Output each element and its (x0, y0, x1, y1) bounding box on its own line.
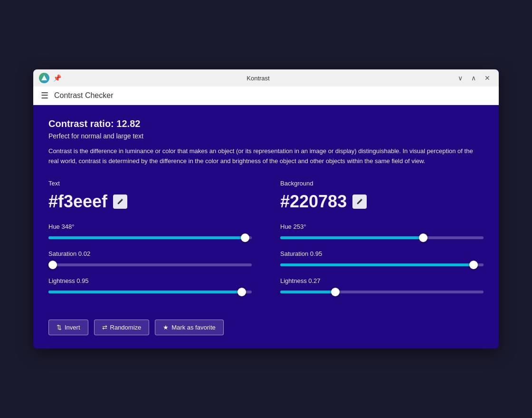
pencil-icon (117, 198, 124, 205)
text-hue-fill (48, 236, 245, 239)
background-color-value-row: #220783 (280, 192, 484, 212)
bg-saturation-slider-group: Saturation 0.95 (280, 250, 484, 270)
app-window: 📌 Kontrast ∨ ∧ ✕ ☰ Contrast Checker Cont… (33, 69, 499, 349)
bg-hue-fill (280, 236, 423, 239)
bg-saturation-fill (280, 263, 474, 266)
bg-hue-label: Hue 253° (280, 223, 484, 230)
bg-lightness-fill (280, 291, 335, 293)
minimize-button[interactable]: ∨ (455, 73, 466, 83)
favorite-label: Mark as favorite (171, 324, 215, 331)
text-saturation-slider-container (48, 260, 252, 270)
text-saturation-slider-group: Saturation 0.02 (48, 250, 252, 270)
text-edit-button[interactable] (113, 194, 127, 209)
text-label: Text (48, 180, 252, 187)
bg-saturation-label: Saturation 0.95 (280, 250, 484, 257)
pin-icon[interactable]: 📌 (53, 74, 61, 82)
menu-bar: ☰ Contrast Checker (33, 87, 499, 105)
text-hex-value: #f3eeef (48, 192, 107, 212)
close-button[interactable]: ✕ (482, 73, 493, 83)
text-lightness-slider-group: Lightness 0.95 (48, 277, 252, 297)
contrast-ratio: Contrast ratio: 12.82 (48, 118, 484, 129)
bg-hue-thumb[interactable] (419, 233, 428, 242)
text-saturation-label: Saturation 0.02 (48, 250, 252, 257)
bg-saturation-slider-container (280, 260, 484, 270)
randomize-label: Randomize (110, 324, 142, 331)
bg-lightness-label: Lightness 0.27 (280, 277, 484, 284)
mark-favorite-button[interactable]: ★ Mark as favorite (155, 320, 223, 335)
text-lightness-label: Lightness 0.95 (48, 277, 252, 284)
title-bar-left: 📌 (39, 73, 61, 83)
pencil-icon-bg (356, 198, 363, 205)
text-color-value-row: #f3eeef (48, 192, 252, 212)
title-bar-controls: ∨ ∧ ✕ (455, 73, 493, 83)
contrast-quality: Perfect for normal and large text (48, 132, 484, 140)
invert-icon: ⇅ (57, 324, 62, 331)
text-hue-slider-container (48, 233, 252, 243)
text-section: Text #f3eeef Hue 348° (48, 180, 252, 304)
text-hue-slider-group: Hue 348° (48, 223, 252, 243)
app-icon (39, 73, 49, 83)
invert-button[interactable]: ⇅ Invert (48, 320, 88, 335)
background-label: Background (280, 180, 484, 187)
text-lightness-thumb[interactable] (238, 288, 246, 296)
bg-lightness-thumb[interactable] (331, 288, 340, 296)
text-saturation-thumb[interactable] (48, 261, 57, 269)
bg-hue-slider-container (280, 233, 484, 243)
text-hue-label: Hue 348° (48, 223, 252, 230)
bg-saturation-thumb[interactable] (469, 261, 478, 269)
action-buttons-row: ⇅ Invert ⇄ Randomize ★ Mark as favorite (48, 320, 484, 335)
contrast-description: Contrast is the difference in luminance … (48, 146, 484, 166)
color-row: Text #f3eeef Hue 348° (48, 180, 484, 304)
text-lightness-slider-container (48, 287, 252, 297)
text-hue-thumb[interactable] (241, 233, 249, 242)
text-lightness-fill (48, 291, 242, 293)
page-title: Contrast Checker (54, 91, 114, 100)
bg-lightness-slider-group: Lightness 0.27 (280, 277, 484, 297)
main-content: Contrast ratio: 12.82 Perfect for normal… (33, 105, 499, 349)
background-hex-value: #220783 (280, 192, 347, 212)
randomize-button[interactable]: ⇄ Randomize (94, 320, 150, 335)
restore-button[interactable]: ∧ (468, 73, 479, 83)
star-icon: ★ (163, 324, 169, 331)
title-bar: 📌 Kontrast ∨ ∧ ✕ (33, 69, 499, 87)
window-title: Kontrast (247, 75, 269, 82)
hamburger-icon[interactable]: ☰ (41, 90, 48, 101)
text-saturation-track (48, 263, 252, 266)
randomize-icon: ⇄ (102, 324, 107, 331)
background-section: Background #220783 Hue 253° (280, 180, 484, 304)
background-edit-button[interactable] (352, 194, 367, 209)
bg-lightness-slider-container (280, 287, 484, 297)
invert-label: Invert (65, 324, 80, 331)
bg-hue-slider-group: Hue 253° (280, 223, 484, 243)
